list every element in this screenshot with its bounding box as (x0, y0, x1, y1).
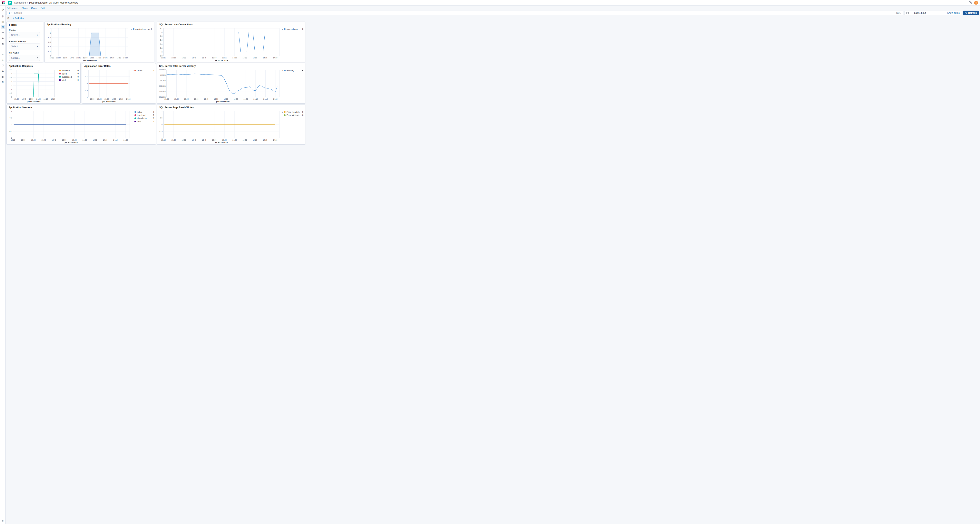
legend-collapse-icon[interactable]: › (281, 27, 284, 62)
space-avatar[interactable]: D (8, 1, 12, 5)
svg-text:13:30: 13:30 (90, 98, 94, 100)
panel-sql-page-reads-writes: SQL Server Page Reads/Writes 13:2513:301… (157, 105, 305, 145)
legend-item[interactable]: total0 (134, 120, 154, 123)
legend-dot-icon (134, 118, 136, 119)
svg-text:1: 1 (50, 32, 51, 34)
canvas-icon[interactable]: ▭ (1, 30, 5, 35)
legend-dot-icon (134, 111, 136, 113)
svg-text:14:15: 14:15 (117, 57, 121, 59)
clone-button[interactable]: Clone (31, 7, 37, 10)
share-button[interactable]: Share (22, 7, 28, 10)
machine-learning-icon[interactable]: ◉ (1, 41, 5, 46)
dashboard-icon[interactable]: ⊞ (1, 25, 5, 29)
svg-text:0.5: 0.5 (85, 76, 88, 78)
legend-dot-icon (284, 111, 286, 113)
legend-dot-icon (59, 79, 61, 81)
legend-item[interactable]: active0 (134, 110, 154, 113)
legend-item[interactable]: succeeded0 (59, 75, 79, 78)
svg-text:14:00: 14:00 (112, 98, 116, 100)
svg-text:14:05: 14:05 (93, 139, 97, 141)
svg-text:13:25: 13:25 (164, 98, 169, 100)
legend-item[interactable]: Page Writes/s0 (284, 113, 304, 117)
sql-user-connections-chart[interactable]: 13:2513:3013:3513:4013:4513:5013:5514:00… (158, 26, 281, 62)
application-sessions-chart[interactable]: 13:2513:3013:3513:4013:4513:5013:5514:00… (7, 109, 132, 144)
recent-icon[interactable]: ◷ (1, 7, 5, 11)
application-error-rates-chart[interactable]: 13:3013:4013:5014:0014:1014:20-1-0.500.5… (83, 68, 132, 103)
region-select[interactable]: Select... ▼ (9, 32, 40, 38)
logs-icon[interactable]: ≡ (1, 53, 5, 56)
legend-item[interactable]: errors0 (134, 69, 154, 72)
edit-button[interactable]: Edit (41, 7, 45, 10)
add-filter-button[interactable]: + Add filter (13, 17, 24, 20)
svg-text:13:55: 13:55 (222, 139, 227, 141)
svg-text:1: 1 (87, 69, 88, 71)
search-input[interactable] (13, 11, 307, 14)
sql-page-reads-writes-chart[interactable]: 13:2513:3013:3513:4013:4513:5013:5514:00… (158, 109, 281, 144)
svg-text:0.6: 0.6 (48, 41, 51, 43)
applications-running-chart[interactable]: 13:2513:3013:3513:4013:4513:5013:5514:00… (45, 26, 130, 62)
saved-query-menu-button[interactable]: # ▾ (7, 11, 13, 14)
svg-text:2.5: 2.5 (10, 76, 12, 79)
legend-item[interactable]: failed0 (59, 72, 79, 75)
metrics-icon[interactable]: ◔ (1, 47, 5, 51)
legend-label: succeeded (62, 76, 76, 78)
legend-collapse-icon[interactable]: › (281, 110, 284, 144)
svg-text:13:45: 13:45 (202, 57, 207, 59)
legend-value: 0 (78, 79, 79, 81)
legend-label: applications running (135, 28, 150, 30)
siem-icon[interactable]: ◆ (1, 69, 5, 73)
chart-legend: › timed out0failed0succeeded0total0 (56, 68, 80, 103)
legend-item[interactable]: timed out0 (59, 69, 79, 72)
svg-text:13:45: 13:45 (76, 57, 81, 59)
chart-legend: › active0timed out0abandoned0total0 (132, 109, 155, 144)
svg-text:2: 2 (11, 81, 12, 83)
svg-text:3.2: 3.2 (160, 47, 162, 49)
maps-icon[interactable]: ◈ (1, 36, 5, 40)
svg-text:13:50: 13:50 (105, 98, 109, 100)
svg-text:-0.5: -0.5 (9, 131, 12, 132)
svg-text:3: 3 (11, 73, 12, 75)
uptime-icon[interactable]: ♡ (1, 64, 5, 67)
application-requests-chart[interactable]: 13:3013:4013:5014:0014:1014:2000.511.522… (7, 68, 56, 103)
legend-item[interactable]: connections0 (284, 27, 304, 30)
visualize-icon[interactable]: ▥ (1, 20, 5, 24)
svg-text:13:35: 13:35 (31, 139, 36, 141)
sql-total-server-memory-chart[interactable]: 13:2513:3013:3513:4013:4513:5013:5514:00… (158, 68, 281, 103)
legend-collapse-icon[interactable]: › (132, 69, 134, 103)
legend-label: connections (286, 28, 301, 30)
legend-item[interactable]: applications running0 (133, 27, 152, 30)
legend-collapse-icon[interactable]: › (132, 110, 134, 144)
svg-text:13:25: 13:25 (49, 57, 54, 59)
legend-item[interactable]: memory0B (284, 69, 304, 72)
legend-item[interactable]: Page Reads/s0 (284, 110, 304, 113)
filter-options-button[interactable]: ⚙ ▾ (7, 17, 11, 20)
apm-icon[interactable]: ◬ (1, 58, 5, 62)
vm-name-select[interactable]: Select... ▼ (9, 55, 40, 61)
breadcrumb-dashboard[interactable]: Dashboard (14, 2, 26, 4)
kibana-logo[interactable] (2, 1, 5, 5)
svg-text:13:40: 13:40 (70, 57, 74, 59)
legend-value: 0 (153, 111, 154, 113)
legend-dot-icon (284, 28, 286, 30)
svg-text:0: 0 (87, 83, 88, 84)
legend-collapse-icon[interactable]: › (281, 69, 284, 103)
legend-item[interactable]: timed out0 (134, 113, 154, 117)
svg-text:14:15: 14:15 (263, 139, 267, 141)
panel-sql-total-server-memory: SQL Server Total Server Memory 13:2513:3… (157, 63, 305, 104)
svg-text:14:00: 14:00 (232, 139, 237, 141)
resource-group-select[interactable]: Select... ▼ (9, 43, 40, 49)
panel-title: Application Error Rates (82, 63, 156, 67)
region-select-value: Select... (11, 34, 20, 37)
discover-icon[interactable]: ◎ (1, 14, 5, 18)
legend-collapse-icon[interactable]: › (56, 69, 59, 103)
legend-label: failed (62, 73, 76, 75)
legend-collapse-icon[interactable]: › (130, 27, 133, 62)
full-screen-button[interactable]: Full screen (7, 7, 18, 10)
legend-item[interactable]: total0 (59, 78, 79, 81)
stack-management-icon[interactable]: ⚙ (1, 80, 5, 84)
legend-item[interactable]: abandoned0 (134, 117, 154, 120)
svg-text:14:00: 14:00 (83, 139, 87, 141)
chevron-down-icon: ▾ (11, 12, 11, 14)
svg-text:3.6: 3.6 (160, 39, 162, 41)
dev-tools-icon[interactable]: ◧ (1, 75, 5, 78)
